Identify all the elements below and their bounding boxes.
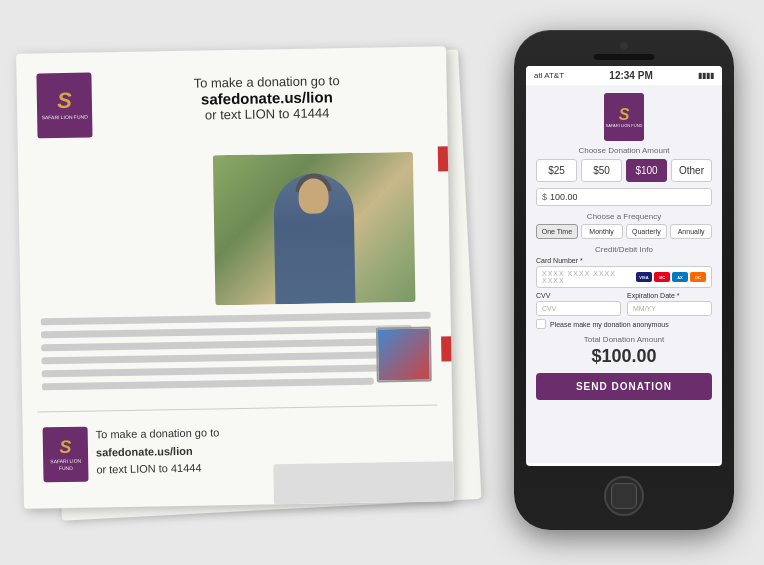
app-logo-s: S (619, 106, 630, 124)
cvv-label: CVV (536, 292, 621, 299)
anonymous-label: Please make my donation anonymous (550, 321, 669, 328)
cvv-field[interactable]: CVV CVV (536, 292, 621, 316)
visa-icon: VISA (636, 272, 652, 282)
mailer-bottom-section: S SAFARI LION FUND To make a donation go… (22, 410, 453, 492)
text-line (42, 364, 424, 378)
battery-indicator: ▮▮▮▮ (698, 71, 714, 80)
home-button-inner (611, 483, 637, 509)
bottom-logo-box: S SAFARI LION FUND (43, 427, 89, 483)
freq-btn-quarterly[interactable]: Quarterly (626, 224, 668, 239)
phone-outer: atl AT&T 12:34 PM ▮▮▮▮ S SAFARI LION FUN… (514, 30, 734, 530)
status-time: 12:34 PM (609, 70, 652, 81)
scene: S SAFARI LION FUND To make a donation go… (0, 0, 764, 565)
mailer-front: S SAFARI LION FUND To make a donation go… (16, 46, 454, 508)
text-line (41, 351, 392, 364)
bottom-text-block: To make a donation go to safedonate.us/l… (96, 424, 220, 479)
anonymous-row[interactable]: Please make my donation anonymous (536, 319, 712, 329)
mastercard-icon: MC (654, 272, 670, 282)
expiry-field[interactable]: Expiration Date * MM/YY (627, 292, 712, 316)
card-number-input[interactable]: XXXX XXXX XXXX XXXX VISA MC AX DC (536, 266, 712, 288)
app-logo-text: SAFARI LION FUND (606, 124, 643, 129)
home-button[interactable] (604, 476, 644, 516)
text-line (41, 312, 431, 326)
app-logo-box: S SAFARI LION FUND (604, 93, 644, 141)
card-number-placeholder: XXXX XXXX XXXX XXXX (542, 270, 636, 284)
phone-screen: atl AT&T 12:34 PM ▮▮▮▮ S SAFARI LION FUN… (526, 66, 722, 466)
amount-btn-100[interactable]: $100 (626, 159, 667, 182)
phone-camera (620, 42, 628, 50)
logo-text: SAFARI LION FUND (42, 114, 88, 121)
bottom-logo-s: S (59, 438, 71, 456)
frequency-buttons[interactable]: One Time Monthly Quarterly Annually (536, 224, 712, 239)
anonymous-checkbox[interactable] (536, 319, 546, 329)
text-line (41, 338, 431, 352)
text-line (42, 378, 374, 391)
photo-head (298, 178, 329, 214)
total-donation-label: Total Donation Amount (536, 335, 712, 344)
card-section-label: Credit/Debit Info (536, 245, 712, 254)
address-area (273, 461, 454, 504)
stamp-area (376, 327, 432, 383)
mailer-top: S SAFARI LION FUND To make a donation go… (16, 46, 448, 158)
phone-speaker (594, 54, 654, 60)
app-content: S SAFARI LION FUND Choose Donation Amoun… (526, 85, 722, 463)
cvv-input[interactable]: CVV (536, 301, 621, 316)
bottom-url: safedonate.us/lion (96, 442, 220, 462)
bottom-line1: To make a donation go to (96, 424, 220, 444)
card-row-2: CVV CVV Expiration Date * MM/YY (536, 292, 712, 316)
card-icons: VISA MC AX DC (636, 272, 706, 282)
app-logo-area: S SAFARI LION FUND (536, 85, 712, 146)
amount-btn-other[interactable]: Other (671, 159, 712, 182)
discover-icon: DC (690, 272, 706, 282)
freq-btn-monthly[interactable]: Monthly (581, 224, 623, 239)
amount-input-value[interactable]: 100.00 (550, 192, 578, 202)
amex-icon: AX (672, 272, 688, 282)
mailer-logo: S SAFARI LION FUND (36, 72, 92, 143)
bottom-logo-text: S SAFARI LION FUND To make a donation go… (43, 424, 220, 482)
mailer-header-text: To make a donation go to safedonate.us/l… (106, 67, 427, 125)
amount-input-row[interactable]: $ 100.00 (536, 188, 712, 206)
donation-amount-label: Choose Donation Amount (536, 146, 712, 155)
status-bar: atl AT&T 12:34 PM ▮▮▮▮ (526, 66, 722, 85)
amount-btn-50[interactable]: $50 (581, 159, 622, 182)
text-line (41, 325, 412, 338)
logo-box: S SAFARI LION FUND (36, 72, 92, 138)
photo-figure (273, 173, 355, 304)
send-donation-button[interactable]: SEND DONATION (536, 373, 712, 400)
expiry-label: Expiration Date * (627, 292, 712, 299)
signal-indicator: atl AT&T (534, 71, 564, 80)
amount-buttons[interactable]: $25 $50 $100 Other (536, 159, 712, 182)
amount-btn-25[interactable]: $25 (536, 159, 577, 182)
logo-s-letter: S (57, 90, 72, 112)
phone-wrapper: atl AT&T 12:34 PM ▮▮▮▮ S SAFARI LION FUN… (514, 30, 734, 530)
freq-btn-onetime[interactable]: One Time (536, 224, 578, 239)
bottom-logo-text-small: SAFARI LION FUND (47, 458, 84, 472)
dollar-sign: $ (542, 192, 547, 202)
mailer-photo (213, 152, 416, 305)
total-donation-amount: $100.00 (536, 346, 712, 367)
freq-btn-annually[interactable]: Annually (670, 224, 712, 239)
card-number-label: Card Number * (536, 257, 712, 264)
expiry-input[interactable]: MM/YY (627, 301, 712, 316)
frequency-label: Choose a Frequency (536, 212, 712, 221)
mailer-wrapper: S SAFARI LION FUND To make a donation go… (20, 40, 480, 520)
bottom-line2: or text LION to 41444 (96, 459, 220, 479)
